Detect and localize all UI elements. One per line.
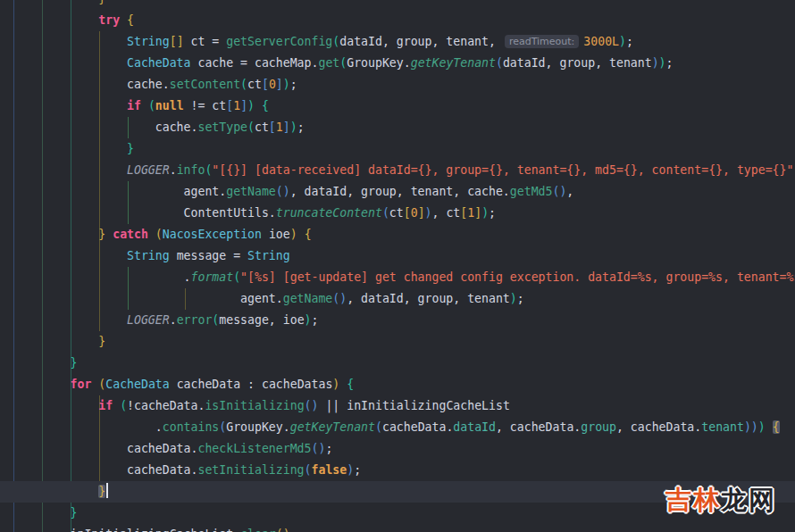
code-token <box>13 528 71 532</box>
code-lines: } try { String[] ct = getServerConfig(da… <box>0 0 795 532</box>
code-line[interactable]: cacheData.setInitializing(false); <box>0 460 795 481</box>
code-token: CacheData <box>127 56 190 70</box>
code-line[interactable]: LOGGER.info("[{}] [data-received] dataId… <box>0 160 795 181</box>
watermark-text-primary: 吉林 <box>665 485 721 515</box>
code-token: 0 <box>269 78 276 91</box>
code-token: ( <box>375 420 382 434</box>
code-token <box>13 0 98 5</box>
code-token: ( <box>120 399 127 412</box>
code-line[interactable]: agent.getName(), dataId, group, tenant, … <box>0 181 795 203</box>
code-token: String <box>127 35 170 48</box>
code-token: CacheData <box>105 378 169 391</box>
code-line[interactable]: } <box>0 353 795 374</box>
code-token: 0 <box>411 206 418 220</box>
code-token <box>13 335 98 348</box>
code-token: get <box>318 56 339 70</box>
code-token <box>13 228 98 241</box>
code-token: ) <box>659 56 666 70</box>
code-token <box>13 313 127 327</box>
code-token: ( <box>247 121 255 134</box>
code-line[interactable]: agent.getName(), dataId, group, tenant); <box>0 288 795 310</box>
code-token: ] <box>418 206 425 220</box>
code-token: } <box>98 335 105 348</box>
code-token <box>113 399 120 412</box>
code-line[interactable]: } catch (NacosException ioe) { <box>0 224 795 245</box>
code-line[interactable]: cache.setContent(ct[0]); <box>0 74 795 96</box>
code-token: dataId, group, tenant, <box>339 35 503 48</box>
code-token: { <box>262 99 269 112</box>
code-token: [ <box>404 206 411 220</box>
code-line[interactable]: for (CacheData cacheData : cacheDatas) { <box>0 374 795 395</box>
code-token <box>13 506 71 520</box>
code-token: ) <box>652 56 659 70</box>
code-token <box>141 99 148 112</box>
code-token: truncateContent <box>276 206 382 220</box>
code-line[interactable]: CacheData cache = cacheMap.get(GroupKey.… <box>0 53 795 74</box>
code-token: () <box>305 399 319 412</box>
code-token: GroupKey. <box>347 56 410 70</box>
code-token: ) <box>619 35 626 48</box>
code-token: ( <box>155 228 163 241</box>
code-token: message, ioe <box>219 313 304 327</box>
code-token: ct <box>389 206 404 220</box>
code-token: try <box>98 13 120 27</box>
code-token: dataId, group, tenant <box>503 56 652 70</box>
code-line[interactable]: String[] ct = getServerConfig(dataId, gr… <box>0 31 795 53</box>
code-token <box>13 249 127 262</box>
code-token: { <box>305 228 312 241</box>
code-token: { <box>127 13 134 27</box>
code-token: ; <box>297 121 305 134</box>
code-line[interactable]: } <box>0 0 795 10</box>
inlay-hint[interactable]: readTimeout: <box>505 35 579 48</box>
code-line[interactable]: try { <box>0 10 795 31</box>
code-token: 3000L <box>583 35 619 48</box>
code-token: () <box>332 292 347 305</box>
code-line[interactable]: cache.setType(ct[1]); <box>0 117 795 138</box>
code-token: false <box>312 463 347 477</box>
code-token: () <box>312 442 326 455</box>
code-token: getKeyTenant <box>411 56 496 70</box>
code-editor[interactable]: } try { String[] ct = getServerConfig(da… <box>0 0 795 532</box>
code-line[interactable]: } <box>0 331 795 353</box>
code-line[interactable]: LOGGER.error(message, ioe); <box>0 310 795 331</box>
code-line[interactable]: if (!cacheData.isInitializing() || inIni… <box>0 395 795 417</box>
code-token: || inInitializingCacheList <box>318 399 509 412</box>
code-token: ( <box>305 463 312 477</box>
code-token <box>13 378 71 391</box>
code-token: ) <box>481 206 489 220</box>
code-line[interactable]: String message = String <box>0 245 795 267</box>
code-token <box>120 13 127 27</box>
code-token: , dataId, group, tenant <box>347 292 510 305</box>
matched-brace: } <box>98 485 105 498</box>
code-token: ; <box>312 313 319 327</box>
code-token: "[{}] [data-received] dataId={}, group={… <box>212 163 793 177</box>
code-line[interactable]: ContentUtils.truncateContent(ct[0]), ct[… <box>0 203 795 224</box>
code-token <box>13 78 127 91</box>
code-token <box>766 420 773 434</box>
code-token: cacheData. <box>382 420 453 434</box>
code-token: ) <box>347 463 354 477</box>
code-line[interactable]: inInitializingCacheList.clear(); <box>0 524 795 532</box>
code-token: != ct <box>184 99 227 112</box>
code-token: ) <box>510 292 517 305</box>
code-token: ioe <box>262 228 290 241</box>
code-token: null <box>155 99 184 112</box>
code-token: [ <box>269 121 276 134</box>
code-line[interactable]: .contains(GroupKey.getKeyTenant(cacheDat… <box>0 417 795 438</box>
code-token: . <box>155 420 163 434</box>
code-token: getMd5 <box>510 185 553 198</box>
code-line[interactable]: if (null != ct[1]) { <box>0 96 795 117</box>
code-token: ( <box>240 78 247 91</box>
code-line[interactable]: } <box>0 138 795 160</box>
code-token <box>105 228 113 241</box>
code-token: String <box>127 249 170 262</box>
code-token: ) <box>283 78 290 91</box>
code-token: ( <box>496 56 503 70</box>
code-token: ct = <box>184 35 227 48</box>
code-line[interactable]: cacheData.checkListenerMd5(); <box>0 438 795 460</box>
code-token: [ <box>226 99 233 112</box>
code-token: info <box>177 163 205 177</box>
code-token: LOGGER <box>127 313 170 327</box>
code-token: error <box>177 313 213 327</box>
code-line[interactable]: .format("[%s] [get-update] get changed c… <box>0 267 795 288</box>
